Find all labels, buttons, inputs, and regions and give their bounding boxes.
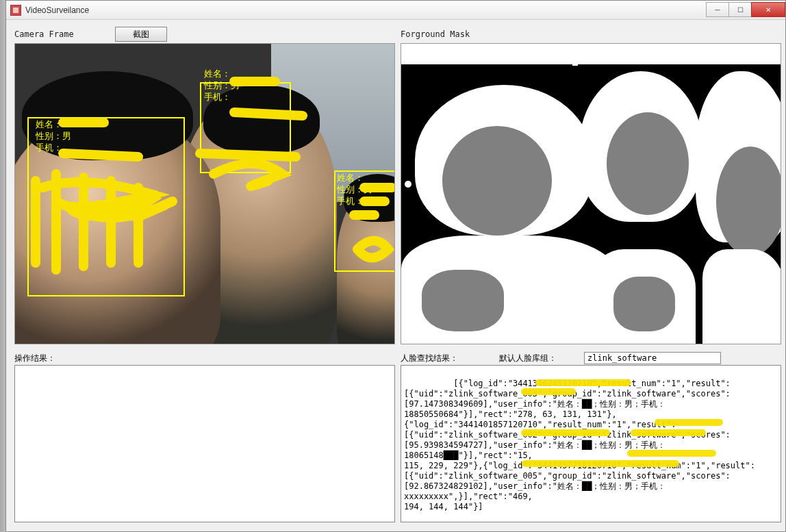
maximize-button[interactable]: ☐: [728, 2, 752, 17]
face-label-1: 姓名： 性别：男 手机：: [36, 119, 71, 154]
close-button[interactable]: ✕: [751, 2, 785, 17]
client-area: Camera Frame 截图 姓名： 性别：男 手机：: [6, 20, 785, 528]
face-label-3: 姓名： 性别：男 手机：: [337, 173, 372, 207]
foreground-mask: [401, 43, 781, 344]
face-search-result-label: 人脸查找结果：: [401, 353, 458, 364]
default-face-group-input[interactable]: [584, 352, 721, 364]
operation-result-box[interactable]: [14, 365, 395, 522]
screenshot-button[interactable]: 截图: [115, 27, 167, 42]
app-icon: [10, 5, 21, 16]
window-title: VideoSurveilance: [25, 5, 707, 15]
face-label-2: 姓名： 性别：男 手机：: [204, 68, 240, 103]
minimize-button[interactable]: ─: [706, 2, 729, 17]
desktop-strip: [0, 0, 5, 532]
face-search-result-text: [{"log_id":"3441346245120710","result_nu…: [404, 379, 755, 511]
camera-frame-label: Camera Frame: [14, 29, 74, 39]
default-face-group-label: 默认人脸库组：: [499, 353, 557, 364]
titlebar[interactable]: VideoSurveilance ─ ☐ ✕: [6, 1, 785, 20]
window-controls: ─ ☐ ✕: [707, 1, 785, 19]
app-window: VideoSurveilance ─ ☐ ✕ Camera Frame 截图: [5, 0, 786, 532]
face-search-result-box[interactable]: [{"log_id":"3441346245120710","result_nu…: [401, 365, 781, 522]
operation-result-label: 操作结果：: [14, 353, 55, 364]
svg-rect-0: [13, 8, 18, 13]
foreground-mask-label: Forground Mask: [401, 29, 470, 39]
camera-frame: 姓名： 性别：男 手机： 姓名： 性别：男 手机： 姓名： 性别：男 手机：: [14, 43, 395, 344]
